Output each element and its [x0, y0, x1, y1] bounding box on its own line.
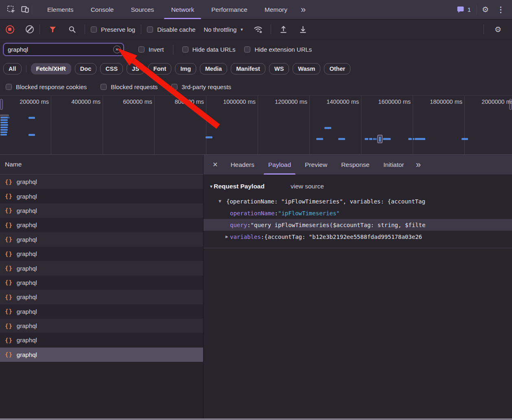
waterfall-bar — [0, 127, 8, 128]
blocked-requests-checkbox[interactable]: Blocked requests — [101, 83, 158, 90]
preserve-log-checkbox[interactable]: Preserve log — [91, 26, 135, 33]
throttling-dropdown[interactable]: No throttling ▾ — [201, 26, 245, 33]
tab-elements[interactable]: Elements — [39, 0, 82, 19]
checkbox-icon[interactable] — [138, 46, 144, 52]
console-messages-button[interactable]: 1 — [451, 5, 477, 14]
hide-extension-urls-checkbox[interactable]: Hide extension URLs — [244, 46, 312, 53]
request-name: graphql — [17, 250, 37, 257]
filter-chip-doc[interactable]: Doc — [75, 63, 96, 74]
filter-chip-font[interactable]: Font — [148, 63, 171, 74]
request-name: graphql — [17, 322, 37, 329]
request-row[interactable]: {}graphql — [0, 276, 203, 290]
filter-chip-all[interactable]: All — [3, 63, 22, 74]
waterfall-bar — [0, 117, 8, 118]
invert-label: Invert — [149, 46, 164, 53]
detail-tab-initiator[interactable]: Initiator — [376, 155, 411, 175]
view-source-link[interactable]: view source — [291, 183, 324, 190]
json-braces-icon: {} — [5, 251, 13, 257]
request-row[interactable]: {}graphql — [0, 261, 203, 275]
device-toolbar-icon[interactable] — [18, 3, 32, 17]
json-braces-icon: {} — [5, 323, 13, 329]
export-har-icon[interactable] — [296, 22, 310, 36]
request-name: graphql — [17, 308, 37, 315]
request-row[interactable]: {}graphql — [0, 333, 203, 347]
request-name: graphql — [17, 293, 37, 300]
checkbox-icon[interactable] — [244, 46, 250, 52]
filter-chip-css[interactable]: CSS — [100, 63, 123, 74]
filter-chip-fetch-xhr[interactable]: Fetch/XHR — [31, 63, 71, 74]
checkbox-icon[interactable] — [171, 84, 177, 90]
settings-gear-icon[interactable]: ⚙ — [477, 5, 494, 14]
filter-chip-media[interactable]: Media — [200, 63, 227, 74]
timeline-selected-request-marker[interactable] — [377, 135, 383, 143]
search-icon[interactable] — [65, 22, 79, 36]
request-row[interactable]: {}graphql — [0, 175, 203, 189]
hide-data-urls-checkbox[interactable]: Hide data URLs — [182, 46, 236, 53]
divider — [26, 65, 26, 72]
checkbox-icon[interactable] — [182, 46, 188, 52]
triangle-right-icon[interactable]: ▶ — [225, 234, 228, 239]
checkbox-icon[interactable] — [101, 84, 107, 90]
disable-cache-checkbox[interactable]: Disable cache — [147, 26, 195, 33]
payload-entry-variables[interactable]: ▶variables: {accountTag: "b12e3b2192ee55… — [203, 231, 512, 243]
payload-preview-line[interactable]: ▼ {operationName: "ipFlowTimeseries", va… — [203, 195, 512, 207]
import-har-icon[interactable] — [277, 22, 291, 36]
checkbox-icon[interactable] — [91, 26, 97, 33]
request-row[interactable]: {}graphql — [0, 232, 203, 247]
tab-sources[interactable]: Sources — [123, 0, 163, 19]
checkbox-icon[interactable] — [6, 84, 12, 90]
network-settings-gear-icon[interactable]: ⚙ — [490, 25, 506, 34]
more-detail-tabs-icon[interactable]: » — [411, 160, 425, 170]
filter-funnel-icon[interactable] — [46, 22, 59, 36]
blocked-response-cookies-checkbox[interactable]: Blocked response cookies — [6, 83, 87, 90]
name-column-header[interactable]: Name — [0, 155, 203, 175]
request-type-filters: AllFetch/XHRDocCSSJSFontImgMediaManifest… — [0, 59, 512, 78]
waterfall-bar — [0, 124, 8, 126]
close-details-icon[interactable]: ✕ — [207, 161, 223, 168]
network-conditions-icon[interactable] — [251, 22, 265, 36]
section-collapse-icon[interactable]: ▾ — [210, 184, 212, 189]
preserve-log-label: Preserve log — [101, 26, 135, 33]
filter-input[interactable] — [3, 43, 124, 56]
name-column-label: Name — [5, 161, 22, 168]
detail-tab-headers[interactable]: Headers — [223, 155, 261, 175]
filter-chip-manifest[interactable]: Manifest — [231, 63, 265, 74]
request-row[interactable]: {}graphql — [0, 304, 203, 319]
more-panels-icon[interactable]: » — [296, 4, 310, 15]
tab-network[interactable]: Network — [162, 0, 203, 19]
request-row[interactable]: {}graphql — [0, 189, 203, 203]
request-row[interactable]: {}graphql — [0, 218, 203, 232]
detail-tab-response[interactable]: Response — [334, 155, 376, 175]
detail-tab-preview[interactable]: Preview — [298, 155, 334, 175]
request-row[interactable]: {}graphql — [0, 203, 203, 218]
3rd-party-requests-checkbox[interactable]: 3rd-party requests — [171, 83, 231, 90]
filter-chip-wasm[interactable]: Wasm — [293, 63, 320, 74]
kebab-menu-icon[interactable]: ⋮ — [494, 5, 508, 14]
request-row[interactable]: {}graphql — [0, 348, 203, 362]
invert-checkbox[interactable]: Invert — [138, 46, 164, 53]
tab-console[interactable]: Console — [82, 0, 123, 19]
payload-entry-operationname[interactable]: operationName: "ipFlowTimeseries" — [203, 207, 512, 219]
request-row[interactable]: {}graphql — [0, 247, 203, 261]
payload-entry-query[interactable]: query: "query ipFlowTimeseries($accountT… — [203, 219, 512, 231]
filter-chip-other[interactable]: Other — [324, 63, 350, 74]
request-row[interactable]: {}graphql — [0, 319, 203, 333]
filter-chip-img[interactable]: Img — [175, 63, 196, 74]
request-row[interactable]: {}graphql — [0, 290, 203, 304]
filter-chip-js[interactable]: JS — [127, 63, 144, 74]
detail-tab-payload[interactable]: Payload — [261, 155, 298, 175]
clear-filter-icon[interactable]: ✕ — [113, 46, 121, 53]
devtools-window: ElementsConsoleSourcesNetworkPerformance… — [0, 0, 512, 420]
clear-network-log-icon[interactable] — [26, 25, 34, 33]
checkbox-icon[interactable] — [147, 26, 153, 33]
inspect-element-icon[interactable] — [4, 3, 18, 17]
request-name: graphql — [17, 337, 37, 343]
selected-request-tick — [379, 137, 381, 142]
tab-memory[interactable]: Memory — [256, 0, 296, 19]
tab-performance[interactable]: Performance — [203, 0, 256, 19]
triangle-down-icon[interactable]: ▼ — [219, 199, 221, 204]
record-network-log-button[interactable] — [6, 25, 14, 34]
filter-chip-ws[interactable]: WS — [269, 63, 289, 74]
network-overview-timeline[interactable]: 200000 ms400000 ms600000 ms800000 ms1000… — [0, 96, 512, 155]
divider — [39, 24, 40, 34]
